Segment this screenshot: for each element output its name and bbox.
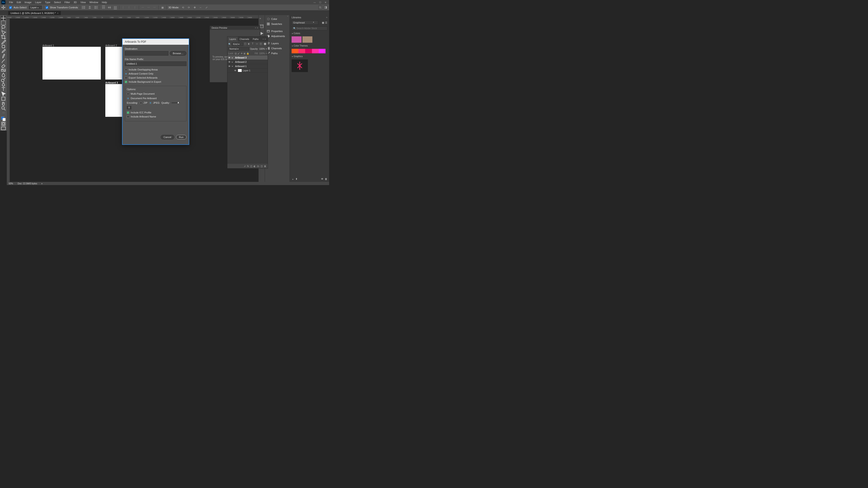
visibility-icon[interactable]: 👁	[228, 57, 231, 59]
zip-radio[interactable]: ZIP	[140, 101, 147, 104]
collapse-icon[interactable]: »	[263, 38, 264, 40]
menu-image[interactable]: Image	[23, 1, 33, 4]
menu-layer[interactable]: Layer	[33, 1, 43, 4]
3d-roll-icon[interactable]: ⟳	[187, 5, 191, 9]
lock-position-icon[interactable]: ✥	[241, 52, 243, 55]
layer-artboard-1[interactable]: 👁▾Artboard 1	[227, 64, 268, 68]
healing-tool[interactable]	[1, 44, 6, 48]
opacity-value[interactable]: 100%	[259, 48, 265, 50]
panel-channels[interactable]: Channels	[265, 46, 289, 51]
color-theme[interactable]	[291, 49, 327, 53]
auto-select-target-dropdown[interactable]: Layer ▾	[29, 6, 42, 9]
filter-pixel-icon[interactable]: ▢	[244, 42, 247, 46]
prefix-input[interactable]	[125, 61, 186, 66]
layer-fx-icon[interactable]: fx	[247, 165, 249, 167]
menu-view[interactable]: View	[79, 1, 88, 4]
distribute-top-icon[interactable]: ⋮	[121, 5, 125, 9]
distribute-right-icon[interactable]: ⋯	[153, 5, 157, 9]
panel-paths[interactable]: Paths	[265, 51, 289, 56]
destination-input[interactable]	[125, 51, 168, 56]
layer-group-icon[interactable]: 🗀	[257, 165, 259, 167]
color-swatches[interactable]	[1, 117, 6, 121]
pen-tool[interactable]	[1, 83, 6, 87]
menu-select[interactable]: Select	[52, 1, 63, 4]
crop-tool[interactable]	[1, 35, 6, 39]
multipage-radio[interactable]: Multi-Page Document	[127, 92, 155, 95]
type-tool[interactable]	[1, 87, 6, 91]
view-list-icon[interactable]: ☰	[325, 21, 327, 24]
zoom-level[interactable]: 50%	[8, 182, 13, 185]
search-icon[interactable]	[318, 5, 322, 9]
menu-file[interactable]: File	[7, 1, 15, 4]
history-panel-icon[interactable]	[260, 24, 264, 28]
doc-info[interactable]: Doc: 22.5M/0 bytes	[18, 182, 37, 185]
quality-slider[interactable]	[172, 102, 180, 103]
panel-menu-icon[interactable]: ≡	[326, 16, 327, 19]
cancel-button[interactable]: Cancel	[161, 135, 174, 139]
delete-library-icon[interactable]: 🗑	[325, 177, 327, 181]
icc-checkbox[interactable]: ✓Include ICC Profile	[127, 111, 184, 114]
overlap-radio[interactable]: Include Overlapping Areas	[125, 68, 186, 71]
expand-icon[interactable]: ▸	[232, 61, 234, 63]
visibility-icon[interactable]: 👁	[228, 65, 231, 68]
3d-slide-icon[interactable]: ↔	[198, 5, 203, 9]
panel-swatches[interactable]: Swatches	[265, 22, 289, 26]
distribute-bottom-icon[interactable]: ⋮	[133, 5, 137, 9]
background-color[interactable]	[2, 118, 6, 121]
menu-window[interactable]: Window	[88, 1, 100, 4]
workspace-icon[interactable]	[324, 5, 328, 9]
menu-edit[interactable]: Edit	[15, 1, 23, 4]
window-close-icon[interactable]: ✕	[323, 1, 328, 4]
align-hcenter-icon[interactable]	[88, 5, 92, 9]
3d-pan-icon[interactable]: ✥	[193, 5, 197, 9]
run-button[interactable]: Run	[176, 135, 186, 139]
distribute-hcenter-icon[interactable]: ⋯	[147, 5, 151, 9]
expand-icon[interactable]: ▸	[232, 57, 234, 59]
move-tool[interactable]	[1, 16, 6, 20]
add-from-stock-icon[interactable]: ⬆	[296, 177, 298, 181]
panel-layers[interactable]: Layers	[265, 41, 289, 46]
menu-3d[interactable]: 3D	[72, 1, 79, 4]
3d-orbit-icon[interactable]: ⟲	[181, 5, 185, 9]
new-layer-icon[interactable]: ◫	[260, 165, 263, 167]
layer-layer-1[interactable]: 👁Layer 1	[227, 68, 268, 73]
marquee-tool[interactable]	[1, 21, 6, 25]
panel-menu-icon[interactable]: ≡	[257, 27, 258, 29]
align-bottom-icon[interactable]	[113, 5, 117, 9]
browse-button[interactable]: Browse…	[170, 51, 186, 56]
hand-tool[interactable]	[1, 101, 6, 105]
tab-channels[interactable]: Channels	[238, 37, 251, 41]
lock-pixels-icon[interactable]: 🖌	[238, 52, 240, 55]
auto-align-icon[interactable]: ▦	[160, 5, 164, 9]
blend-mode-dropdown[interactable]: Normal ▾	[228, 47, 249, 51]
adjustment-layer-icon[interactable]: ◐	[254, 165, 256, 167]
lasso-tool[interactable]	[1, 26, 6, 30]
export-selected-checkbox[interactable]: Export Selected Artboards	[125, 76, 186, 79]
window-minimize-icon[interactable]: —	[312, 1, 317, 4]
lock-transparency-icon[interactable]: ▨	[235, 52, 237, 55]
menu-help[interactable]: Help	[100, 1, 109, 4]
filter-shape-icon[interactable]: ▭	[256, 42, 259, 46]
panel-menu-icon[interactable]: ≡	[265, 38, 266, 40]
device-preview-title[interactable]: Device Preview	[212, 27, 227, 29]
filter-adjustment-icon[interactable]: ◐	[248, 42, 251, 46]
library-graphic-1[interactable]	[291, 59, 308, 72]
link-layers-icon[interactable]: ⬀	[244, 165, 246, 167]
menu-filter[interactable]: Filter	[63, 1, 72, 4]
align-right-icon[interactable]	[94, 5, 98, 9]
eyedropper-tool[interactable]	[1, 40, 6, 44]
distribute-left-icon[interactable]: ⋯	[141, 5, 145, 9]
auto-select-checkbox[interactable]	[9, 6, 12, 9]
expand-icon[interactable]: ▾	[232, 65, 234, 67]
history-brush-tool[interactable]	[1, 59, 6, 63]
library-color-2[interactable]	[303, 36, 312, 43]
quick-select-tool[interactable]	[1, 30, 6, 34]
quickmask-tool[interactable]	[1, 122, 6, 126]
view-grid-icon[interactable]: ▦	[322, 21, 324, 24]
align-vcenter-icon[interactable]	[107, 5, 112, 9]
window-restore-icon[interactable]: ☐	[318, 1, 322, 4]
layer-artboard-3[interactable]: 👁▸Artboard 3	[227, 56, 268, 60]
menu-type[interactable]: Type	[43, 1, 52, 4]
edit-toolbar-icon[interactable]: ⋯	[1, 111, 6, 115]
doc-info-arrow-icon[interactable]: ▸	[41, 183, 42, 185]
